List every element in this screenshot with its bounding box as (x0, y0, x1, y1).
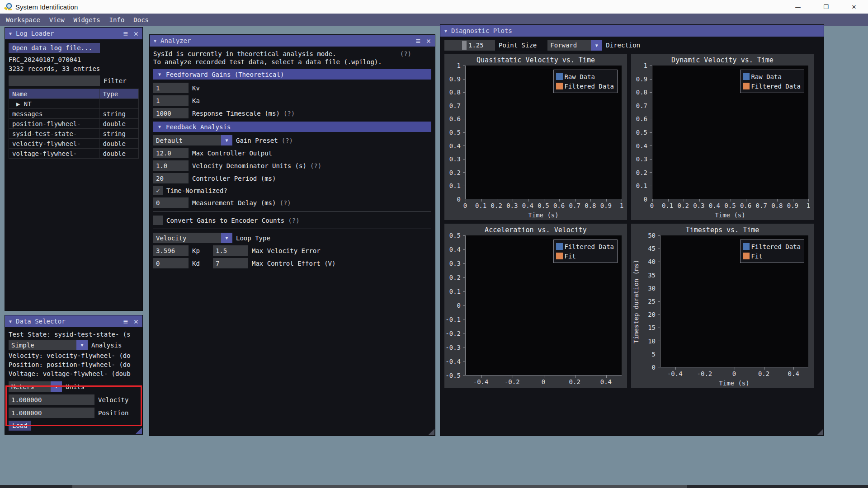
controller-period-input[interactable]: 20 (153, 173, 189, 183)
x-tick: 0.1 (475, 202, 486, 209)
legend-item[interactable]: Filtered Data (743, 242, 801, 251)
table-row[interactable]: voltage-flywheel-double (9, 149, 139, 159)
plot-timesteps-time[interactable]: Timesteps vs. TimeFiltered DataFit504540… (631, 224, 814, 388)
kv-input[interactable]: 1 (153, 83, 189, 93)
x-tick: 0.3 (506, 202, 518, 209)
units-combo[interactable]: Meters ▼ (9, 381, 62, 392)
kp-input[interactable]: 3.596 (153, 245, 189, 256)
data-selector-body: Test State: sysid-test-state- (s Simple … (5, 327, 142, 434)
legend: Filtered DataFit (553, 239, 618, 263)
taskbar[interactable] (0, 485, 868, 488)
close-icon[interactable]: ✕ (134, 30, 138, 38)
panel-analyzer: ▼ Analyzer ≡ ✕ SysId is currently in the… (149, 34, 435, 436)
close-icon[interactable]: ✕ (134, 318, 138, 325)
collapse-icon[interactable]: ▼ (444, 28, 447, 33)
measurement-delay-input[interactable]: 0 (153, 197, 189, 208)
max-control-effort-input[interactable]: 7 (213, 258, 248, 268)
menu-docs[interactable]: Docs (129, 15, 153, 25)
hamburger-icon[interactable]: ≡ (416, 37, 420, 45)
max-controller-output-input[interactable]: 12.0 (153, 148, 189, 158)
mode-line-2: To analyze recorded test data, select a … (153, 58, 382, 66)
gain-preset-combo[interactable]: Default ▼ (153, 135, 232, 145)
collapse-icon[interactable]: ▼ (9, 31, 12, 36)
convert-gains-checkbox[interactable] (153, 216, 163, 225)
menu-workspace[interactable]: Workspace (1, 15, 45, 25)
slider-handle[interactable] (462, 41, 467, 50)
plot-acceleration-velocity[interactable]: Acceleration vs. VelocityFiltered DataFi… (444, 224, 627, 388)
tick-mark (652, 199, 653, 202)
ka-input[interactable]: 1 (153, 95, 189, 106)
resize-grip[interactable] (136, 427, 142, 434)
tick-mark (684, 199, 684, 202)
legend-item[interactable]: Fit (556, 251, 614, 261)
loop-type-combo[interactable]: Velocity ▼ (153, 233, 232, 243)
table-row[interactable]: sysid-test-state-string (9, 129, 139, 139)
close-button[interactable]: ✕ (840, 0, 868, 14)
max-velocity-error-input[interactable]: 1.5 (213, 245, 248, 256)
diagnostic-plots-titlebar[interactable]: ▼ Diagnostic Plots (440, 25, 824, 37)
table-row[interactable]: position-flywheel-double (9, 119, 139, 129)
plot-canvas[interactable]: Raw DataFiltered Data (652, 66, 808, 199)
y-tick: 0.1 (449, 288, 461, 295)
window-titlebar[interactable]: System Identification —❐✕ (0, 0, 868, 14)
resize-grip[interactable] (817, 429, 823, 435)
x-tick: 0.7 (569, 202, 580, 209)
analysis-type-combo[interactable]: Simple ▼ (9, 340, 88, 350)
hamburger-icon[interactable]: ≡ (123, 30, 128, 38)
close-icon[interactable]: ✕ (426, 37, 431, 45)
legend-item[interactable]: Fit (743, 251, 801, 261)
direction-combo[interactable]: Forward ▼ (547, 40, 602, 51)
plot-canvas[interactable]: Raw DataFiltered Data (465, 66, 622, 199)
menu-info[interactable]: Info (105, 15, 129, 25)
table-row[interactable]: messagesstring (9, 109, 139, 119)
filter-input[interactable] (9, 75, 100, 86)
legend-item[interactable]: Raw Data (556, 72, 614, 81)
velocity-scale-input[interactable]: 1.000000 (9, 394, 94, 405)
table-row[interactable]: ▶ NT (9, 99, 139, 109)
plot-quasistatic-velocity[interactable]: Quasistatic Velocity vs. TimeRaw DataFil… (444, 54, 627, 220)
load-button[interactable]: Load (9, 421, 31, 431)
tick-mark (528, 199, 528, 202)
help-icon[interactable]: (?) (282, 137, 293, 144)
analyzer-titlebar[interactable]: ▼ Analyzer ≡ ✕ (150, 35, 435, 47)
log-loader-titlebar[interactable]: ▼ Log Loader ≡ ✕ (5, 28, 142, 39)
help-icon[interactable]: (?) (310, 162, 321, 169)
collapse-icon[interactable]: ▼ (9, 319, 12, 324)
y-tick: 0.5 (636, 129, 647, 136)
column-header-type[interactable]: Type (99, 89, 139, 99)
help-icon[interactable]: (?) (283, 110, 295, 117)
feedback-header-label: Feedback Analysis (166, 123, 231, 131)
velocity-denominator-input[interactable]: 1.0 (153, 160, 189, 171)
legend-item[interactable]: Filtered Data (556, 81, 614, 91)
minimize-button[interactable]: — (784, 0, 812, 14)
kd-input[interactable]: 0 (153, 258, 189, 268)
help-icon[interactable]: (?) (288, 217, 299, 224)
feedback-header[interactable]: ▼ Feedback Analysis (153, 122, 431, 132)
menu-view[interactable]: View (45, 15, 69, 25)
resize-grip[interactable] (428, 429, 434, 435)
collapse-icon[interactable]: ▼ (154, 38, 156, 43)
response-timescale-input[interactable]: 1000 (153, 108, 189, 118)
menu-widgets[interactable]: Widgets (69, 15, 105, 25)
open-data-log-button[interactable]: Open data log file... (9, 43, 100, 53)
feedforward-header[interactable]: ▼ Feedforward Gains (Theoretical) (153, 69, 431, 80)
table-row[interactable]: velocity-flywheel-double (9, 139, 139, 149)
legend-item[interactable]: Filtered Data (743, 81, 801, 91)
legend-item[interactable]: Raw Data (743, 72, 801, 81)
log-file-name: FRC_20240107_070041 (9, 56, 81, 63)
time-normalized-checkbox[interactable]: ✓ (153, 186, 163, 195)
help-icon[interactable]: (?) (279, 199, 291, 206)
position-line: Position: position-flywheel- (do (9, 361, 131, 368)
restore-button[interactable]: ❐ (812, 0, 840, 14)
column-header-name[interactable]: Name (9, 89, 99, 99)
data-selector-titlebar[interactable]: ▼ Data Selector ≡ ✕ (5, 315, 142, 327)
position-scale-input[interactable]: 1.000000 (9, 408, 94, 418)
plot-canvas[interactable]: Filtered DataFit (465, 235, 622, 375)
hamburger-icon[interactable]: ≡ (123, 318, 128, 325)
plot-dynamic-velocity[interactable]: Dynamic Velocity vs. TimeRaw DataFiltere… (631, 54, 814, 220)
legend-item[interactable]: Filtered Data (556, 242, 614, 251)
plot-canvas[interactable]: Filtered DataFit (660, 235, 808, 367)
entry-name: voltage-flywheel- (9, 149, 99, 159)
help-icon[interactable]: (?) (400, 50, 411, 57)
point-size-slider[interactable]: 1.25 (444, 40, 495, 51)
